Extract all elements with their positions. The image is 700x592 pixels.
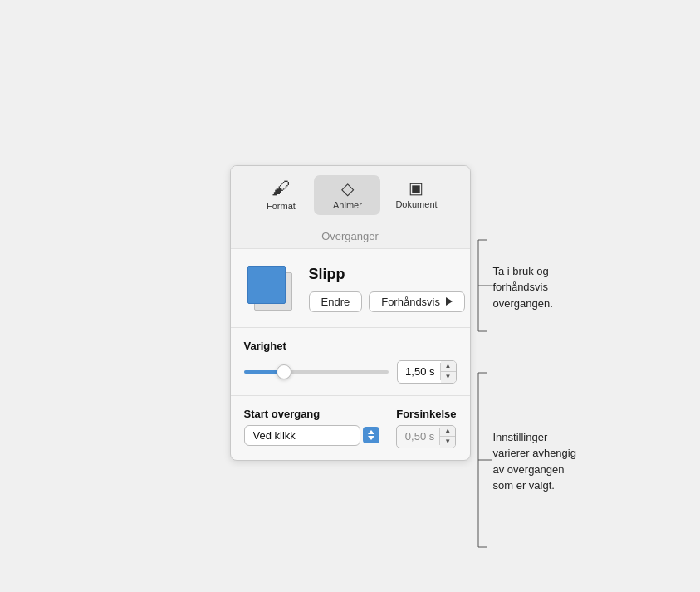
format-label: Format <box>267 201 296 211</box>
tab-dokument[interactable]: ▣ Dokument <box>380 175 452 214</box>
start-row: Start overgang Ved klikk Automatisk Ette… <box>244 408 457 448</box>
format-icon: 🖌 <box>272 179 290 198</box>
forsinkelse-label: Forsinkelse <box>396 408 456 420</box>
slider-row: 1,50 s ▲ ▼ <box>244 360 457 384</box>
start-dropdown[interactable]: Ved klikk Automatisk Etter overgang <box>244 425 360 446</box>
callout1-text: Ta i bruk og forhåndsvis overgangen. <box>493 263 553 312</box>
annotation-svg <box>475 165 691 593</box>
forsinkelse-up-arrow[interactable]: ▲ <box>440 426 455 437</box>
forsinkelse-value: 0,50 s <box>397 428 440 445</box>
transition-name: Slipp <box>309 266 466 283</box>
varighet-arrows[interactable]: ▲ ▼ <box>441 361 456 383</box>
transition-buttons: Endre Forhåndsvis <box>309 291 466 312</box>
callout1-content: Ta i bruk og forhåndsvis overgangen. <box>493 265 553 310</box>
change-button[interactable]: Endre <box>309 291 363 312</box>
slider-track <box>244 370 389 374</box>
animer-icon: ◇ <box>341 180 354 197</box>
varighet-stepper[interactable]: 1,50 s ▲ ▼ <box>397 360 457 384</box>
forsinkelse-down-arrow[interactable]: ▼ <box>440 437 455 448</box>
start-label: Start overgang <box>244 408 384 420</box>
start-col: Start overgang Ved klikk Automatisk Ette… <box>244 408 384 446</box>
section-title: Overganger <box>231 223 470 249</box>
preview-button[interactable]: Forhåndsvis <box>369 291 465 312</box>
dokument-label: Dokument <box>395 199 437 209</box>
annotations: Ta i bruk og forhåndsvis overgangen. Inn… <box>475 165 691 461</box>
dokument-icon: ▣ <box>409 180 423 196</box>
forsinkelse-stepper[interactable]: 0,50 s ▲ ▼ <box>396 425 456 448</box>
dropdown-arr-up-icon <box>368 430 374 434</box>
transition-thumbnail <box>244 262 297 316</box>
toolbar: 🖌 Format ◇ Animer ▣ Dokument <box>231 166 470 223</box>
play-icon <box>446 297 453 306</box>
varighet-up-arrow[interactable]: ▲ <box>441 361 456 372</box>
slider-wrapper[interactable] <box>244 364 389 380</box>
transition-info: Slipp Endre Forhåndsvis <box>309 266 466 312</box>
thumb-front <box>247 266 286 304</box>
slider-thumb[interactable] <box>277 364 291 379</box>
animer-label: Animer <box>333 200 362 210</box>
main-container: 🖌 Format ◇ Animer ▣ Dokument Overganger … <box>230 165 471 461</box>
varighet-value: 1,50 s <box>398 363 441 380</box>
varighet-down-arrow[interactable]: ▼ <box>441 372 456 383</box>
callout2-text: Innstillinger varierer avhengig av overg… <box>493 429 576 494</box>
varighet-label: Varighet <box>244 340 457 352</box>
forsinkelse-arrows[interactable]: ▲ ▼ <box>440 426 455 448</box>
preview-label: Forhåndsvis <box>381 296 440 308</box>
tab-animer[interactable]: ◇ Animer <box>314 175 380 215</box>
dropdown-arr-down-icon <box>368 436 374 440</box>
start-section: Start overgang Ved klikk Automatisk Ette… <box>231 396 470 460</box>
forsinkelse-col: Forsinkelse 0,50 s ▲ ▼ <box>396 408 456 448</box>
tab-format[interactable]: 🖌 Format <box>247 174 314 216</box>
transition-block: Slipp Endre Forhåndsvis <box>231 249 470 328</box>
sidebar-panel: 🖌 Format ◇ Animer ▣ Dokument Overganger … <box>230 165 471 461</box>
callout2-content: Innstillinger varierer avhengig av overg… <box>493 431 576 492</box>
varighet-section: Varighet 1,50 s ▲ ▼ <box>231 328 470 396</box>
dropdown-icon <box>363 427 379 443</box>
dropdown-wrapper[interactable]: Ved klikk Automatisk Etter overgang <box>244 425 384 446</box>
